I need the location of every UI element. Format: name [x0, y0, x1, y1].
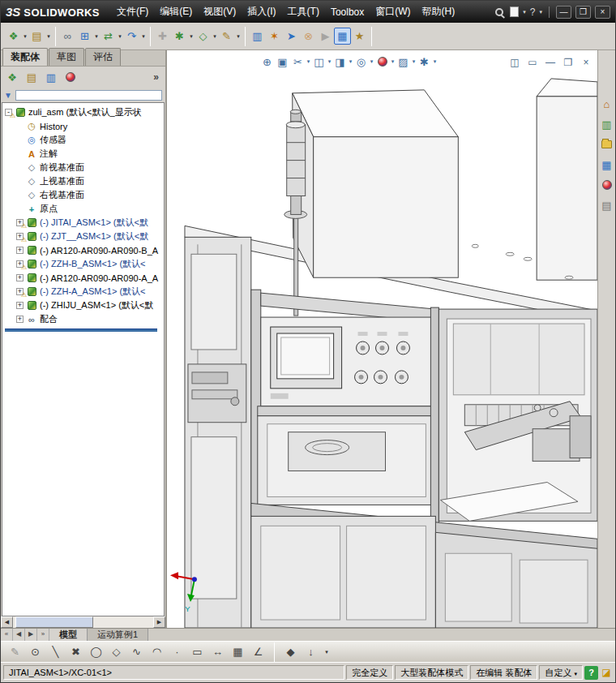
menu-window[interactable]: 窗口(W): [370, 1, 416, 23]
menu-tools[interactable]: 工具(T): [282, 1, 325, 23]
tree-item-component[interactable]: + (-) AR120-AR090-AR090-A_A: [2, 271, 164, 285]
smart-fasteners-icon[interactable]: ✚: [154, 28, 171, 45]
tree-item-component[interactable]: + ⚠ (-) JITAI_ASM<1> (默认<默: [2, 216, 164, 230]
hide-show-items-icon[interactable]: ◎: [353, 54, 369, 69]
line-tool-icon[interactable]: ╲: [48, 644, 63, 659]
expand-icon[interactable]: +: [16, 274, 24, 281]
machine-3d-model[interactable]: Y: [167, 50, 597, 628]
split-pane-icon[interactable]: ◫: [508, 56, 521, 68]
filter-icon[interactable]: ▼: [4, 91, 12, 100]
zoom-to-area-icon[interactable]: ▣: [275, 54, 290, 69]
menu-insert[interactable]: 插入(I): [242, 1, 281, 23]
linear-component-pattern-icon[interactable]: ⊞: [76, 28, 93, 45]
view-settings-icon[interactable]: ✱: [417, 54, 432, 69]
motion-manager-icon[interactable]: ★: [351, 28, 368, 45]
dropdown-icon[interactable]: ▾: [117, 33, 123, 40]
restore-doc-icon[interactable]: ❐: [562, 56, 575, 68]
dropdown-icon[interactable]: ▾: [348, 58, 353, 65]
arc-tool-icon[interactable]: ◠: [149, 644, 165, 659]
view-orientation-icon[interactable]: ◫: [311, 54, 327, 69]
menu-view[interactable]: 视图(V): [198, 1, 242, 23]
filter-input[interactable]: [15, 90, 162, 101]
tab-nav-next[interactable]: ▶: [25, 629, 37, 641]
minimize-button[interactable]: —: [556, 6, 571, 19]
large-assembly-mode-icon[interactable]: ▦: [334, 28, 351, 45]
tree-item-component[interactable]: + ⚠ (-) ZZH-B_ASM<1> (默认<: [2, 257, 164, 271]
menu-file[interactable]: 文件(F): [111, 1, 154, 23]
help-dropdown-icon[interactable]: ▾: [539, 9, 542, 15]
dropdown-icon[interactable]: ▾: [212, 33, 218, 40]
sketch-icon[interactable]: ✎: [7, 644, 23, 659]
scroll-right-button[interactable]: ▶: [153, 616, 165, 628]
dropdown-icon[interactable]: ▾: [45, 33, 52, 40]
left-frame-column[interactable]: [185, 237, 251, 628]
tree-item-component[interactable]: + ⚠ (-) ZJT__ASM<1> (默认<默: [2, 230, 164, 243]
dropdown-icon[interactable]: ▾: [411, 58, 417, 65]
tab-nav-last[interactable]: »: [37, 629, 49, 641]
dropdown-icon[interactable]: ▾: [327, 58, 332, 65]
tab-nav-first[interactable]: «: [1, 629, 13, 641]
dropdown-icon[interactable]: ▾: [235, 33, 242, 40]
control-panel[interactable]: [261, 317, 433, 406]
edit-appearance-icon[interactable]: [374, 54, 390, 69]
display-style-icon[interactable]: ◨: [332, 54, 348, 69]
section-view-icon[interactable]: ✂: [290, 54, 306, 69]
rotate-component-icon[interactable]: ↷: [123, 28, 140, 45]
tree-item-top-plane[interactable]: ◇ 上视基准面: [2, 174, 164, 188]
expand-icon[interactable]: +: [16, 316, 24, 323]
custom-properties-icon[interactable]: ▤: [600, 199, 614, 212]
close-doc-icon[interactable]: ×: [580, 56, 592, 68]
tab-evaluate[interactable]: 评估: [85, 48, 121, 66]
view-palette-icon[interactable]: ▦: [600, 158, 614, 171]
restore-button[interactable]: ❐: [575, 6, 591, 19]
tree-item-mates[interactable]: + ∞ 配合: [2, 312, 164, 326]
expand-icon[interactable]: +: [16, 247, 24, 254]
menu-edit[interactable]: 编辑(E): [154, 1, 198, 23]
panel-expand-chevron[interactable]: »: [153, 71, 161, 83]
point-tool-icon[interactable]: ·: [169, 644, 185, 659]
iso-cube-icon[interactable]: ◆: [283, 644, 298, 659]
appearances-icon[interactable]: [600, 178, 614, 191]
ellipse-tool-icon[interactable]: ◯: [88, 644, 104, 659]
scroll-left-button[interactable]: ◀: [1, 616, 13, 628]
help-icon[interactable]: ?: [530, 6, 536, 18]
new-sketch-icon[interactable]: ✎: [218, 28, 235, 45]
drawer-panel[interactable]: [258, 406, 436, 505]
tree-item-front-plane[interactable]: ◇ 前视基准面: [2, 161, 164, 174]
open-document-icon[interactable]: ▤: [28, 28, 45, 45]
status-custom-dropdown[interactable]: 自定义 ▾: [539, 665, 583, 680]
help-button[interactable]: ?: [584, 666, 598, 680]
menu-toolbox[interactable]: Toolbox: [325, 2, 370, 22]
simulation-icon[interactable]: ▶: [317, 28, 334, 45]
machinery-bay[interactable]: [438, 309, 597, 521]
tab-nav-prev[interactable]: ◀: [13, 629, 25, 641]
trim-tool-icon[interactable]: ✖: [68, 644, 83, 659]
apply-scene-icon[interactable]: ▨: [396, 54, 411, 69]
tree-item-component[interactable]: + ⚠ (-) ZZH-A_ASM<1> (默认<: [2, 285, 164, 299]
new-document-dropdown-icon[interactable]: ▾: [523, 9, 526, 15]
tree-horizontal-scrollbar[interactable]: ◀ ▶: [1, 616, 165, 628]
scrollbar-track[interactable]: [13, 616, 153, 628]
dropdown-icon[interactable]: ▾: [140, 33, 147, 40]
tab-sketch[interactable]: 草图: [49, 48, 84, 66]
file-explorer-folder-icon[interactable]: [600, 138, 614, 151]
propertymanager-icon[interactable]: ▤: [24, 70, 39, 84]
reference-geometry-icon[interactable]: ◇: [195, 28, 212, 45]
tree-item-root[interactable]: - ⚠ zuli_asm (默认<默认_显示状: [2, 105, 164, 119]
zoom-fit-icon[interactable]: ⊕: [259, 54, 275, 69]
tile-windows-icon[interactable]: ▭: [526, 56, 539, 68]
exploded-view-icon[interactable]: ✶: [266, 28, 283, 45]
rollback-bar[interactable]: [5, 329, 157, 332]
dropdown-icon[interactable]: ▾: [432, 58, 438, 65]
assembly-features-icon[interactable]: ✱: [171, 28, 188, 45]
circle-tool-icon[interactable]: ⊙: [28, 644, 43, 659]
scrollbar-thumb[interactable]: [15, 616, 92, 628]
tree-item-component[interactable]: + (-) ZHIJU_ASM<1> (默认<默: [2, 299, 164, 312]
tree-item-annotations[interactable]: A 注解: [2, 147, 164, 161]
angle-dimension-icon[interactable]: ∠: [250, 644, 266, 659]
dropdown-icon[interactable]: ▾: [323, 649, 330, 655]
dropdown-icon[interactable]: ▾: [22, 33, 28, 40]
left-cabinet[interactable]: [293, 90, 459, 277]
interference-detection-icon[interactable]: ⊗: [300, 28, 317, 45]
more-tools-icon[interactable]: ↓: [303, 644, 319, 659]
